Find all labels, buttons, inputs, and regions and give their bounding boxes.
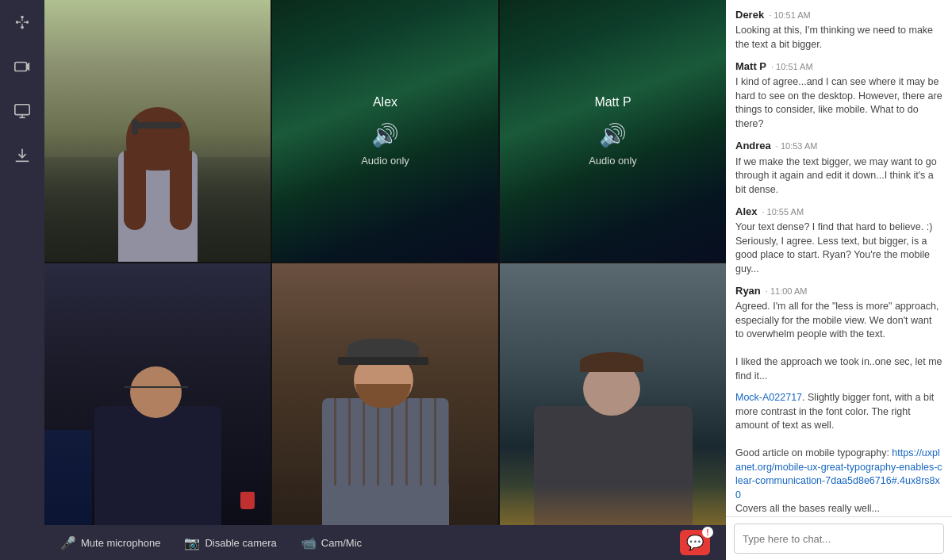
- chat-messages: Derek · 10:51 AM Looking at this, I'm th…: [726, 0, 952, 516]
- mattp-audio-label: Audio only: [589, 155, 637, 167]
- alex-audio-label: Audio only: [361, 155, 409, 167]
- chat-message-mattp-1: Matt P · 10:51 AM I kind of agree...and …: [735, 59, 942, 131]
- video-cell-bot-3: [500, 263, 726, 525]
- sender-mattp-1: Matt P: [735, 59, 766, 74]
- chat-alert-icon: 💬: [686, 534, 704, 551]
- sender-andrea-1: Andrea: [735, 139, 771, 153]
- sender-derek-1: Derek: [735, 8, 764, 22]
- time-andrea-1: · 10:53 AM: [776, 140, 818, 152]
- video-cell-top-1: [44, 0, 271, 262]
- text-derek-1: Looking at this, I'm thinking we need to…: [735, 24, 942, 52]
- chat-alert-button[interactable]: 💬 !: [680, 530, 710, 555]
- chat-input[interactable]: [734, 524, 944, 554]
- main-area: Alex 🔊 Audio only Matt P 🔊 Audio only: [44, 0, 726, 560]
- cammic-label: Cam/Mic: [321, 537, 362, 549]
- audio-only-mattp: Matt P 🔊 Audio only: [589, 95, 637, 167]
- camera-off-icon: 📷: [184, 535, 200, 550]
- camera-label: Disable camera: [205, 537, 276, 549]
- toolbar-right: 💬 !: [680, 530, 710, 555]
- video-cell-top-2: Alex 🔊 Audio only: [272, 0, 498, 262]
- screen-icon[interactable]: [8, 97, 36, 125]
- time-alex-1: · 10:55 AM: [762, 206, 804, 218]
- svg-point-0: [16, 21, 19, 24]
- sender-alex-1: Alex: [735, 205, 757, 219]
- toolbar: 🎤 Mute microphone 📷 Disable camera 📹 Cam…: [44, 525, 726, 560]
- video-cell-bot-1: [44, 263, 271, 525]
- svg-point-1: [21, 16, 24, 19]
- time-mattp-1: · 10:51 AM: [771, 61, 813, 73]
- chat-message-ryan-1: Ryan · 11:00 AM Agreed. I'm all for the …: [735, 284, 942, 383]
- cammic-button[interactable]: 📹 Cam/Mic: [301, 535, 362, 550]
- audio-only-alex: Alex 🔊 Audio only: [361, 95, 409, 167]
- chat-message-ryan-2: Mock-A022717. Slightly bigger font, with…: [735, 391, 942, 516]
- text-ryan-2: Mock-A022717. Slightly bigger font, with…: [735, 391, 942, 516]
- text-mattp-1: I kind of agree...and I can see where it…: [735, 75, 942, 131]
- svg-rect-10: [15, 105, 29, 115]
- mute-label: Mute microphone: [81, 537, 160, 549]
- camera-icon[interactable]: [8, 52, 36, 81]
- text-ryan-1: Agreed. I'm all for the "less is more" a…: [735, 300, 942, 383]
- chat-panel: Derek · 10:51 AM Looking at this, I'm th…: [726, 0, 952, 560]
- sender-ryan-1: Ryan: [735, 284, 761, 298]
- video-cell-bot-2: [272, 263, 498, 525]
- video-cell-top-3: Matt P 🔊 Audio only: [500, 0, 726, 262]
- audio-icon-alex: 🔊: [371, 122, 399, 148]
- chat-message-andrea-1: Andrea · 10:53 AM If we make the text bi…: [735, 139, 942, 197]
- text-alex-1: Your text dense? I find that hard to bel…: [735, 221, 942, 276]
- network-icon[interactable]: [8, 8, 36, 36]
- mattp-name: Matt P: [594, 95, 631, 109]
- mute-microphone-button[interactable]: 🎤 Mute microphone: [60, 535, 160, 550]
- chat-message-derek-1: Derek · 10:51 AM Looking at this, I'm th…: [735, 8, 942, 52]
- time-ryan-1: · 11:00 AM: [766, 286, 808, 297]
- link-mock[interactable]: Mock-A022717: [735, 392, 802, 403]
- chat-message-alex-1: Alex · 10:55 AM Your text dense? I find …: [735, 205, 942, 276]
- sidebar: [0, 0, 44, 560]
- link-uxplanet[interactable]: https://uxplanet.org/mobile-ux-great-typ…: [735, 447, 942, 501]
- text-andrea-1: If we make the text bigger, we may want …: [735, 155, 942, 198]
- svg-point-3: [21, 26, 24, 29]
- chat-badge: !: [702, 527, 713, 538]
- alex-name: Alex: [373, 95, 397, 109]
- download-icon[interactable]: [8, 141, 36, 170]
- disable-camera-button[interactable]: 📷 Disable camera: [184, 535, 276, 550]
- video-grid: Alex 🔊 Audio only Matt P 🔊 Audio only: [44, 0, 726, 525]
- svg-point-2: [26, 21, 29, 24]
- audio-icon-mattp: 🔊: [599, 122, 627, 148]
- time-derek-1: · 10:51 AM: [769, 10, 811, 21]
- cammic-icon: 📹: [301, 535, 317, 550]
- svg-rect-8: [15, 63, 27, 71]
- mic-icon: 🎤: [60, 535, 76, 550]
- chat-input-area: [726, 516, 952, 560]
